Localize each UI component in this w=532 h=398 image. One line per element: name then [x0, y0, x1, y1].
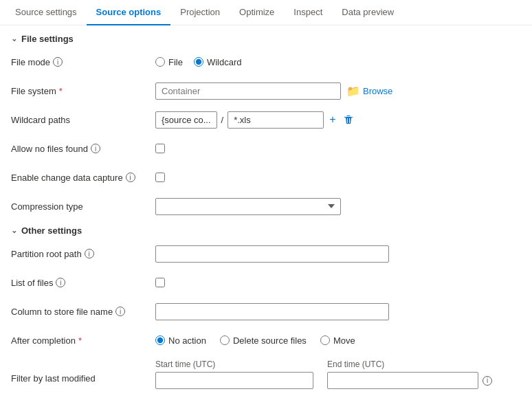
path-separator: /: [221, 115, 224, 125]
radio-delete-source-label: Delete source files: [233, 335, 307, 346]
wildcard-paths-label: Wildcard paths: [11, 115, 155, 125]
file-system-control: 📁 Browse: [155, 82, 521, 100]
wildcard-paths-control: {source co... / +: [155, 111, 521, 129]
partition-root-path-row: Partition root path i: [11, 244, 521, 263]
tab-inspect[interactable]: Inspect: [284, 0, 332, 25]
file-system-row: File system * 📁 Browse: [11, 81, 521, 100]
plus-icon: +: [329, 113, 335, 126]
end-time-input[interactable]: [327, 372, 478, 389]
radio-move-label: Move: [333, 335, 355, 346]
end-time-label: End time (UTC): [327, 360, 492, 369]
chevron-icon: ⌄: [11, 34, 17, 43]
enable-change-capture-label: Enable change data capture i: [11, 173, 155, 183]
folder-icon: 📁: [346, 85, 360, 98]
browse-label: Browse: [363, 86, 392, 96]
filter-last-modified-label: Filter by last modified: [11, 360, 155, 384]
partition-root-path-info-icon[interactable]: i: [85, 249, 94, 258]
file-mode-label: File mode i: [11, 57, 155, 67]
tab-optimize[interactable]: Optimize: [230, 0, 284, 25]
list-of-files-info-icon[interactable]: i: [56, 278, 65, 287]
trash-icon: [343, 114, 354, 125]
radio-wildcard-label: Wildcard: [207, 57, 242, 67]
radio-wildcard[interactable]: Wildcard: [194, 57, 242, 67]
column-to-store-control: [155, 303, 521, 320]
radio-file[interactable]: File: [155, 57, 183, 67]
partition-root-path-control: [155, 245, 521, 263]
allow-no-files-label: Allow no files found i: [11, 144, 155, 154]
file-system-label: File system *: [11, 86, 155, 96]
column-to-store-input[interactable]: [155, 303, 389, 320]
content-area: ⌄ File settings File mode i File Wildcar…: [0, 25, 532, 397]
after-completion-required: *: [78, 335, 82, 346]
file-mode-control: File Wildcard: [155, 57, 521, 67]
path-segment: {source co...: [155, 111, 217, 129]
enable-change-capture-info-icon[interactable]: i: [126, 173, 135, 182]
filter-last-modified-row: Filter by last modified Start time (UTC)…: [11, 360, 521, 389]
start-time-input[interactable]: [155, 372, 313, 389]
other-settings-header[interactable]: ⌄ Other settings: [11, 225, 521, 236]
enable-change-capture-checkbox[interactable]: [155, 173, 165, 182]
nav-tabs: Source settings Source options Projectio…: [0, 0, 532, 25]
radio-no-action-input[interactable]: [155, 335, 165, 345]
enable-change-capture-row: Enable change data capture i: [11, 168, 521, 187]
file-system-required: *: [59, 86, 63, 96]
allow-no-files-control: [155, 144, 521, 153]
filter-inputs: Start time (UTC) End time (UTC) i: [155, 360, 492, 389]
file-settings-header[interactable]: ⌄ File settings: [11, 34, 521, 44]
column-to-store-label: Column to store file name i: [11, 307, 155, 317]
tab-source-options[interactable]: Source options: [87, 0, 171, 25]
partition-root-path-label: Partition root path i: [11, 249, 155, 259]
start-time-label: Start time (UTC): [155, 360, 313, 369]
other-settings-label: Other settings: [21, 225, 82, 236]
compression-type-row: Compression type None bzip2 gzip deflate…: [11, 197, 521, 216]
tab-source-settings[interactable]: Source settings: [5, 0, 87, 25]
after-completion-row: After completion * No action Delete sour…: [11, 331, 521, 350]
radio-file-label: File: [168, 57, 183, 67]
compression-type-control: None bzip2 gzip deflate ZipDeflate snapp…: [155, 198, 521, 215]
end-time-group: End time (UTC) i: [327, 360, 492, 389]
allow-no-files-row: Allow no files found i: [11, 139, 521, 158]
radio-delete-source[interactable]: Delete source files: [220, 335, 307, 346]
list-of-files-row: List of files i: [11, 273, 521, 292]
start-time-group: Start time (UTC): [155, 360, 313, 389]
file-settings-label: File settings: [21, 34, 74, 44]
allow-no-files-checkbox[interactable]: [155, 144, 165, 153]
browse-button[interactable]: 📁 Browse: [346, 85, 392, 98]
after-completion-control: No action Delete source files Move: [155, 335, 521, 346]
radio-wildcard-input[interactable]: [194, 57, 203, 67]
enable-change-capture-control: [155, 173, 521, 182]
other-settings-chevron-icon: ⌄: [11, 226, 17, 235]
file-mode-row: File mode i File Wildcard: [11, 52, 521, 71]
list-of-files-label: List of files i: [11, 278, 155, 288]
column-to-store-info-icon[interactable]: i: [115, 307, 125, 316]
add-wildcard-button[interactable]: +: [328, 112, 337, 127]
compression-type-select[interactable]: None bzip2 gzip deflate ZipDeflate snapp…: [155, 198, 341, 215]
column-to-store-row: Column to store file name i: [11, 302, 521, 321]
wildcard-path-row: {source co... / +: [155, 111, 521, 129]
list-of-files-checkbox[interactable]: [155, 278, 165, 287]
radio-move[interactable]: Move: [320, 335, 355, 346]
radio-move-input[interactable]: [320, 335, 330, 345]
partition-root-path-input[interactable]: [155, 245, 389, 263]
radio-no-action-label: No action: [168, 335, 206, 346]
radio-delete-source-input[interactable]: [220, 335, 230, 345]
file-system-input[interactable]: [155, 82, 341, 100]
allow-no-files-info-icon[interactable]: i: [91, 144, 100, 153]
radio-file-input[interactable]: [155, 57, 165, 67]
wildcard-input[interactable]: [228, 111, 324, 129]
compression-type-label: Compression type: [11, 201, 155, 212]
radio-no-action[interactable]: No action: [155, 335, 206, 346]
tab-projection[interactable]: Projection: [170, 0, 230, 25]
end-time-info-icon[interactable]: i: [483, 376, 492, 386]
delete-wildcard-button[interactable]: [342, 113, 355, 126]
after-completion-label: After completion *: [11, 335, 155, 346]
wildcard-paths-row: Wildcard paths {source co... / +: [11, 110, 521, 129]
file-mode-info-icon[interactable]: i: [53, 57, 63, 67]
tab-data-preview[interactable]: Data preview: [332, 0, 403, 25]
list-of-files-control: [155, 278, 521, 287]
